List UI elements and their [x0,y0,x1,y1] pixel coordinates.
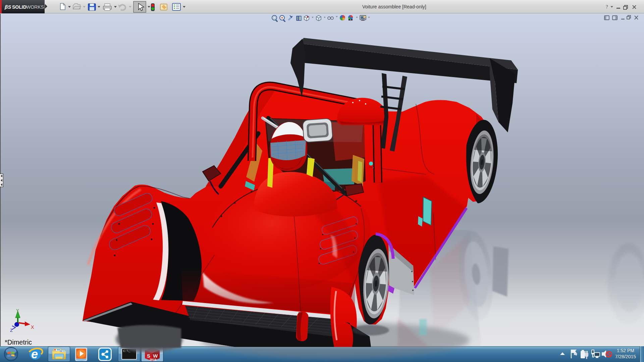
svg-text:X: X [31,324,34,330]
svg-text:Y: Y [16,308,19,313]
svg-text:Z: Z [10,328,13,333]
